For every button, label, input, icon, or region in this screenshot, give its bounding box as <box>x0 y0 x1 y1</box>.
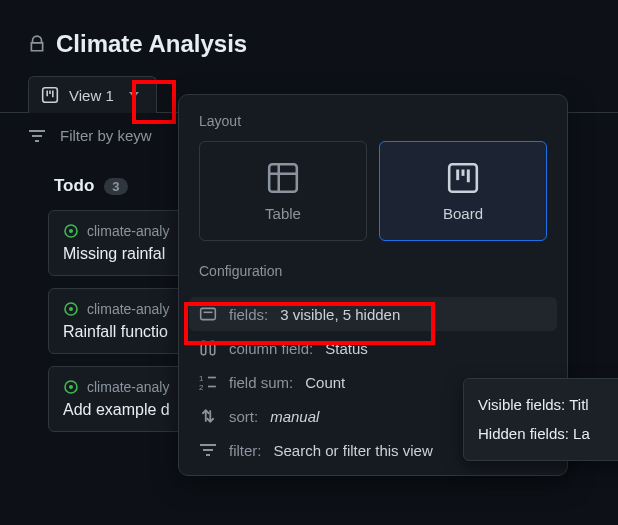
filter-placeholder: Filter by keyw <box>60 127 152 144</box>
issue-open-icon <box>63 301 79 317</box>
tooltip-visible-label: Visible fields: <box>478 396 565 413</box>
svg-rect-20 <box>201 308 216 319</box>
layout-option-board[interactable]: Board <box>379 141 547 241</box>
svg-point-10 <box>69 307 73 311</box>
card-repo: climate-analy <box>87 301 169 317</box>
column-title: Todo <box>54 176 94 196</box>
view-options-button[interactable] <box>124 85 144 105</box>
card-repo: climate-analy <box>87 379 169 395</box>
column-count-badge: 3 <box>104 178 127 195</box>
table-icon <box>266 161 300 195</box>
config-key: field sum: <box>229 374 293 391</box>
view-tab[interactable]: View 1 <box>28 76 157 113</box>
filter-icon <box>28 129 46 143</box>
layout-options: Table Board <box>179 141 567 259</box>
view-tab-label: View 1 <box>69 87 114 104</box>
caret-down-icon <box>129 92 139 98</box>
filter-icon <box>199 443 217 457</box>
columns-icon <box>199 339 217 357</box>
config-value: Search or filter this view <box>274 442 433 459</box>
layout-option-table[interactable]: Table <box>199 141 367 241</box>
svg-point-8 <box>69 229 73 233</box>
issue-open-icon <box>63 379 79 395</box>
fields-icon <box>199 305 217 323</box>
tooltip-hidden-label: Hidden fields: <box>478 425 569 442</box>
svg-text:1: 1 <box>199 374 203 383</box>
svg-rect-0 <box>43 88 58 103</box>
config-section-label: Configuration <box>179 259 567 291</box>
config-value: 3 visible, 5 hidden <box>280 306 400 323</box>
svg-point-12 <box>69 385 73 389</box>
tooltip-visible-value: Titl <box>569 396 588 413</box>
svg-rect-23 <box>210 341 215 355</box>
sort-icon <box>199 407 217 425</box>
sum-icon: 12 <box>199 373 217 391</box>
config-key: sort: <box>229 408 258 425</box>
tooltip-hidden-value: La <box>573 425 590 442</box>
layout-option-label: Table <box>265 205 301 222</box>
svg-rect-16 <box>449 164 477 192</box>
config-value: manual <box>270 408 319 425</box>
issue-open-icon <box>63 223 79 239</box>
page-title[interactable]: Climate Analysis <box>56 30 247 58</box>
board-icon <box>446 161 480 195</box>
layout-option-label: Board <box>443 205 483 222</box>
lock-icon <box>28 35 46 53</box>
board-icon <box>41 86 59 104</box>
fields-tooltip: Visible fields: Titl Hidden fields: La <box>463 378 618 461</box>
config-fields[interactable]: fields: 3 visible, 5 hidden <box>189 297 557 331</box>
card-repo: climate-analy <box>87 223 169 239</box>
config-key: filter: <box>229 442 262 459</box>
svg-rect-22 <box>201 341 206 355</box>
svg-text:2: 2 <box>199 383 203 391</box>
config-key: fields: <box>229 306 268 323</box>
config-column-field[interactable]: column field: Status <box>189 331 557 365</box>
page-header: Climate Analysis <box>0 0 618 76</box>
config-value: Status <box>325 340 368 357</box>
config-value: Count <box>305 374 345 391</box>
layout-section-label: Layout <box>179 109 567 141</box>
config-key: column field: <box>229 340 313 357</box>
svg-rect-13 <box>269 164 297 192</box>
